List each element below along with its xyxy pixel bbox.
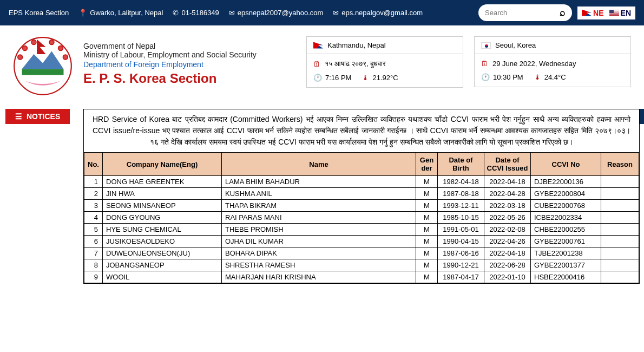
- cell-name: SHRESTHA RAMESH: [222, 259, 416, 271]
- th-name: Name: [222, 153, 416, 176]
- cell-ccvi-no: TJBE22001238: [531, 247, 601, 259]
- cell-dob: 1982-04-18: [438, 176, 484, 188]
- cell-no: 5: [84, 224, 103, 236]
- cell-name: OJHA DIL KUMAR: [222, 236, 416, 247]
- loc1-time: 7:16 PM: [325, 74, 351, 82]
- clock-icon: 🕐: [313, 74, 322, 82]
- table-row: 6JUSIKOESAOLDEKOOJHA DIL KUMARM1990-04-1…: [84, 236, 639, 247]
- cell-name: RAI PARAS MANI: [222, 212, 416, 224]
- cell-ccvi-date: 2022-05-26: [484, 212, 531, 224]
- cell-gender: M: [416, 271, 438, 283]
- cell-ccvi-date: 2022-04-28: [484, 188, 531, 200]
- cell-dob: 1987-06-16: [438, 247, 484, 259]
- org-dept[interactable]: Department of Foreign Employment: [83, 60, 295, 69]
- loc1-temp: 21.92°C: [372, 74, 398, 82]
- cell-reason: [601, 212, 639, 224]
- cell-dob: 1987-08-18: [438, 188, 484, 200]
- svg-point-2: [18, 55, 23, 60]
- search-icon[interactable]: ⌕: [560, 7, 566, 18]
- th-ccvi-date: Date of CCVI Issued: [484, 153, 531, 176]
- cell-company: DONG GYOUNG: [103, 212, 222, 224]
- cell-company: HYE SUNG CHEMICAL: [103, 224, 222, 236]
- topbar-email1-text: epsnepal2007@yahoo.com: [238, 9, 323, 17]
- loc1-city: Kathmandu, Nepal: [327, 41, 386, 49]
- calendar-icon: 🗓: [481, 60, 488, 68]
- cell-dob: 1990-12-21: [438, 259, 484, 271]
- lang-ne[interactable]: NE: [582, 9, 603, 17]
- pin-icon: 📍: [78, 9, 87, 17]
- topbar-email2-text: eps.nepalgov@gmail.com: [341, 9, 423, 17]
- thermometer-icon: 🌡: [362, 74, 369, 82]
- topbar: EPS Korea Section 📍 Gwarko, Lalitpur, Ne…: [0, 0, 644, 25]
- org-ministry: Ministry of Labour, Employment and Socia…: [83, 50, 295, 59]
- cell-name: BOHARA DIPAK: [222, 247, 416, 259]
- cell-ccvi-date: 2022-03-18: [484, 200, 531, 212]
- cell-gender: M: [416, 200, 438, 212]
- cell-ccvi-date: 2022-04-18: [484, 176, 531, 188]
- cell-company: DUWEONJEONSEON(JU): [103, 247, 222, 259]
- table-header-row: No. Company Name(Eng) Name Gen der Date …: [84, 153, 639, 176]
- svg-point-5: [63, 55, 68, 60]
- th-gender: Gen der: [416, 153, 438, 176]
- cell-gender: M: [416, 176, 438, 188]
- flag-korea-icon: [481, 42, 491, 49]
- topbar-email2[interactable]: ✉ eps.nepalgov@gmail.com: [333, 9, 423, 17]
- location-box-kathmandu: Kathmandu, Nepal 🗓 १५ आषाढ २०७९, बुधवार …: [306, 36, 463, 88]
- cell-company: JIN HWA: [103, 188, 222, 200]
- table-row: 2JIN HWAKUSHMA ANILM1987-08-182022-04-28…: [84, 188, 639, 200]
- cell-company: JUSIKOESAOLDEKO: [103, 236, 222, 247]
- table-row: 8JOBANGSANEOPSHRESTHA RAMESHM1990-12-212…: [84, 259, 639, 271]
- cell-reason: [601, 247, 639, 259]
- topbar-location: 📍 Gwarko, Lalitpur, Nepal: [78, 9, 163, 17]
- topbar-location-text: Gwarko, Lalitpur, Nepal: [90, 9, 163, 17]
- cell-gender: M: [416, 247, 438, 259]
- cell-dob: 1987-04-17: [438, 271, 484, 283]
- cell-gender: M: [416, 188, 438, 200]
- cell-reason: [601, 259, 639, 271]
- svg-point-7: [49, 40, 54, 45]
- cell-dob: 1985-10-15: [438, 212, 484, 224]
- table-row: 3SEONG MINSANEOPTHAPA BIKRAMM1993-12-112…: [84, 200, 639, 212]
- thermometer-icon: 🌡: [534, 73, 541, 81]
- org-title: E. P. S. Korea Section: [83, 71, 295, 86]
- search-box[interactable]: ⌕: [478, 4, 572, 21]
- org-gov: Government of Nepal: [83, 42, 295, 50]
- cell-reason: [601, 176, 639, 188]
- mail-icon: ✉: [229, 9, 235, 17]
- cell-reason: [601, 224, 639, 236]
- cell-name: THAPA BIKRAM: [222, 200, 416, 212]
- loc2-city: Seoul, Korea: [495, 41, 536, 49]
- cell-company: SEONG MINSANEOP: [103, 200, 222, 212]
- svg-point-4: [31, 40, 36, 45]
- notice-document: HRD Service of Korea बाट प्रतिबद्द कामदा…: [83, 109, 640, 284]
- th-no: No.: [84, 153, 103, 176]
- cell-reason: [601, 236, 639, 247]
- topbar-email1[interactable]: ✉ epsnepal2007@yahoo.com: [229, 9, 323, 17]
- search-input[interactable]: [485, 9, 555, 17]
- cell-no: 8: [84, 259, 103, 271]
- table-row: 7DUWEONJEONSEON(JU)BOHARA DIPAKM1987-06-…: [84, 247, 639, 259]
- cell-gender: M: [416, 259, 438, 271]
- cell-gender: M: [416, 236, 438, 247]
- ccvi-table: No. Company Name(Eng) Name Gen der Date …: [84, 152, 639, 283]
- lang-en[interactable]: EN: [609, 9, 631, 17]
- th-reason: Reason: [601, 153, 639, 176]
- cell-name: KUSHMA ANIL: [222, 188, 416, 200]
- cell-company: DONG HAE GREENTEK: [103, 176, 222, 188]
- loc1-date: १५ आषाढ २०७९, बुधवार: [325, 60, 386, 68]
- cell-no: 1: [84, 176, 103, 188]
- table-row: 1DONG HAE GREENTEKLAMA BHIM BAHADURM1982…: [84, 176, 639, 188]
- phone-icon: ✆: [173, 9, 179, 17]
- svg-point-6: [58, 46, 63, 51]
- cell-no: 7: [84, 247, 103, 259]
- loc2-date: 29 June 2022, Wednesday: [492, 60, 576, 68]
- cell-company: WOOIL: [103, 271, 222, 283]
- th-dob: Date of Birth: [438, 153, 484, 176]
- flag-us-icon: [609, 10, 619, 16]
- cell-dob: 1991-05-01: [438, 224, 484, 236]
- location-box-seoul: Seoul, Korea 🗓 29 June 2022, Wednesday 🕐…: [474, 36, 631, 87]
- cell-ccvi-no: ICBE22002334: [531, 212, 601, 224]
- org-block: Government of Nepal Ministry of Labour, …: [83, 36, 295, 86]
- lang-ne-label: NE: [593, 9, 603, 17]
- cell-ccvi-no: DJBE22000136: [531, 176, 601, 188]
